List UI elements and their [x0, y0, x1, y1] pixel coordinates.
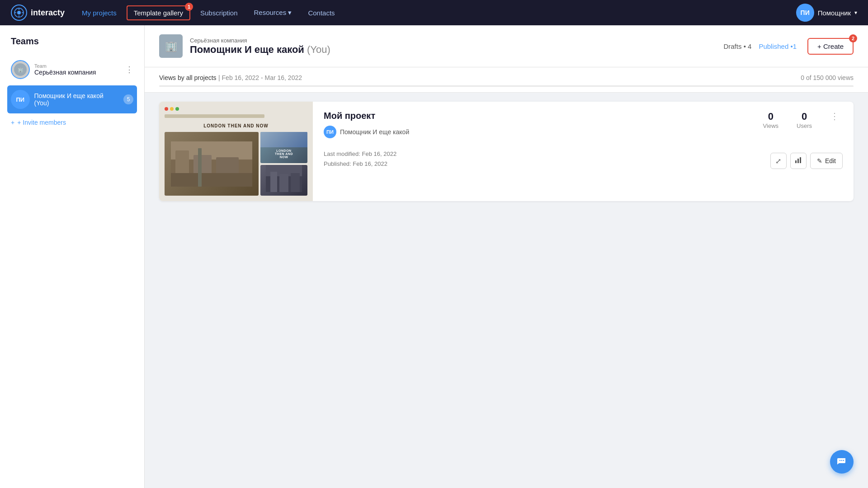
views-progress-bar — [159, 85, 854, 87]
open-icon: ⤢ — [775, 157, 781, 165]
user-menu-chevron: ▾ — [854, 9, 857, 16]
thumb-main-image — [165, 132, 259, 196]
team-label: Team — [34, 63, 96, 69]
stat-users-label: Users — [797, 122, 812, 129]
brand-icon — [11, 5, 27, 21]
svg-rect-20 — [279, 174, 288, 192]
projects-list: London Then And Now — [145, 93, 868, 216]
project-stats: 0 Views 0 Users — [763, 111, 812, 129]
team-avatar: 🏢 — [11, 60, 30, 79]
thumb-image-top-right: LondonThen andNow — [260, 132, 307, 163]
svg-rect-24 — [800, 157, 801, 163]
stat-views: 0 Views — [763, 111, 778, 129]
thumb-dot-green — [175, 107, 179, 111]
workspace-avatar: ПИ — [11, 90, 30, 109]
project-info: Мой проект ПИ Помощник И еще какой 0 Vie… — [313, 102, 854, 201]
svg-rect-19 — [270, 172, 277, 192]
chat-fab-button[interactable] — [830, 450, 854, 474]
project-actions: ⤢ — [770, 153, 843, 169]
stat-views-label: Views — [763, 122, 778, 129]
nav-resources[interactable]: Resources ▾ — [248, 6, 298, 19]
workspace-logo: 🏢 — [159, 34, 183, 58]
views-count: 0 of 150 000 views — [801, 74, 854, 81]
nav-subscription[interactable]: Subscription — [194, 6, 244, 19]
svg-rect-23 — [797, 159, 799, 163]
svg-point-1 — [17, 11, 21, 14]
team-options-icon[interactable]: ⋮ — [125, 65, 133, 75]
invite-icon: + — [11, 119, 14, 126]
project-title: Мой проект — [324, 111, 409, 121]
published-link[interactable]: Published •1 — [759, 42, 797, 50]
svg-rect-16 — [198, 148, 202, 187]
thumb-title-bar — [165, 114, 264, 118]
resources-dropdown-icon: ▾ — [288, 9, 292, 16]
svg-point-27 — [841, 460, 842, 461]
drafts-count: Drafts • 4 — [723, 42, 751, 50]
stats-icon — [795, 156, 802, 165]
last-modified: Last modified: Feb 16, 2022 — [324, 149, 396, 159]
workspace-header: 🏢 Серьёзная компания Помощник И еще како… — [145, 25, 868, 67]
project-options-icon[interactable]: ⋮ — [826, 111, 843, 122]
author-name: Помощник И еще какой — [340, 128, 409, 136]
user-avatar: ПИ — [796, 4, 814, 22]
create-button[interactable]: + Create 2 — [807, 38, 854, 55]
svg-text:🏢: 🏢 — [165, 40, 178, 52]
stat-users-value: 0 — [797, 111, 812, 122]
workspace-meta: Drafts • 4 Published •1 — [723, 42, 797, 50]
brand-name: interacty — [31, 8, 65, 18]
edit-button[interactable]: ✎ Edit — [810, 153, 843, 169]
create-button-badge: 2 — [849, 34, 857, 42]
template-gallery-badge: 1 — [185, 3, 193, 11]
user-menu[interactable]: ПИ Помощник ▾ — [796, 4, 857, 22]
invite-members-button[interactable]: + + Invite members — [7, 115, 137, 130]
views-section: Views by all projects | Feb 16, 2022 - M… — [145, 67, 868, 93]
thumb-dot-red — [165, 107, 168, 111]
published-date: Published: Feb 16, 2022 — [324, 159, 396, 169]
author-avatar: ПИ — [324, 126, 336, 138]
project-thumbnail: London Then And Now — [159, 102, 313, 201]
workspace-name: Помощник И еще какой (You) — [34, 92, 119, 107]
brand: interacty — [11, 5, 65, 21]
team-name: Серьёзная компания — [34, 69, 96, 76]
edit-icon: ✎ — [817, 157, 822, 164]
chat-fab-icon — [836, 455, 848, 469]
svg-rect-15 — [171, 173, 252, 187]
views-date-range: | Feb 16, 2022 - Mar 16, 2022 — [218, 74, 302, 81]
svg-point-28 — [843, 460, 844, 461]
workspace-company: Серьёзная компания — [190, 37, 723, 44]
thumb-dot-yellow — [170, 107, 174, 111]
open-button[interactable]: ⤢ — [770, 153, 787, 169]
sidebar-item-team-serious[interactable]: 🏢 Team Серьёзная компания ⋮ — [7, 56, 137, 84]
project-meta: Last modified: Feb 16, 2022 Published: F… — [324, 149, 396, 169]
workspace-count: 5 — [123, 94, 133, 104]
workspace-display-name: Помощник И еще какой (You) — [190, 44, 723, 56]
workspace-info: Серьёзная компания Помощник И еще какой … — [190, 37, 723, 56]
main-layout: Teams 🏢 Team Серьёзная компания ⋮ — [0, 25, 868, 488]
thumb-images: LondonThen andNow — [165, 132, 307, 196]
svg-point-26 — [840, 460, 840, 461]
sidebar-item-workspace-pomoshnik[interactable]: ПИ Помощник И еще какой (You) 5 — [7, 85, 137, 113]
views-label: Views by all projects | Feb 16, 2022 - M… — [159, 74, 302, 82]
thumb-right-images: LondonThen andNow — [260, 132, 307, 196]
stat-users: 0 Users — [797, 111, 812, 129]
nav-template-gallery[interactable]: Template gallery 1 — [127, 5, 190, 20]
stat-views-value: 0 — [763, 111, 778, 122]
project-author: ПИ Помощник И еще какой — [324, 126, 409, 138]
project-card: London Then And Now — [159, 102, 854, 201]
sidebar: Teams 🏢 Team Серьёзная компания ⋮ — [0, 25, 145, 488]
thumb-image-bottom-right — [260, 165, 307, 196]
views-row: Views by all projects | Feb 16, 2022 - M… — [145, 67, 868, 85]
svg-rect-22 — [795, 160, 797, 163]
navbar: interacty My projects Template gallery 1… — [0, 0, 868, 25]
sidebar-title: Teams — [7, 36, 137, 47]
edit-label: Edit — [825, 157, 836, 164]
thumb-overlay-title: LondonThen andNow — [260, 147, 307, 160]
svg-text:🏢: 🏢 — [18, 67, 24, 73]
content-area: 🏢 Серьёзная компания Помощник И еще како… — [145, 25, 868, 488]
user-name: Помощник — [818, 9, 851, 17]
thumb-dots — [165, 107, 307, 111]
svg-rect-21 — [291, 173, 300, 192]
stats-button[interactable] — [790, 153, 807, 169]
nav-my-projects[interactable]: My projects — [75, 6, 123, 19]
nav-contacts[interactable]: Contacts — [302, 6, 341, 19]
